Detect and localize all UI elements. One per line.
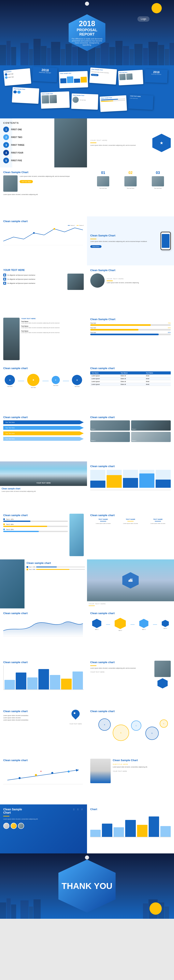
area-svg: Jan Feb Mar Apr May bbox=[3, 616, 83, 637]
row-linearea-hexflow: Clean sample chart Jan Feb Mar bbox=[0, 608, 174, 657]
your-text-label: YOUR TEXT HERE bbox=[90, 140, 149, 141]
arrow-svg: ★ bbox=[3, 764, 83, 786]
phone-description: Lorem ipsum dolor sit amet, consectetur … bbox=[90, 240, 158, 243]
big-bar-7 bbox=[72, 671, 83, 690]
area-title: Clean sample chart bbox=[3, 612, 84, 615]
scatter-title: Clean sample chart bbox=[90, 710, 171, 713]
blue-bars-title: Clean sample chart bbox=[90, 465, 171, 468]
yellow-bar-item-2: Your text 60% bbox=[90, 327, 171, 331]
thankyou-text: THANK YOU bbox=[62, 881, 113, 891]
text-block-1: Text Name Lorem ipsum dolor sit amet con… bbox=[21, 321, 84, 324]
three-steps-slide: 01 Your text here 02 Your text here 03 Y… bbox=[87, 167, 174, 216]
phone-read-more[interactable]: Read More bbox=[90, 245, 102, 248]
conn-line-2 bbox=[43, 381, 49, 381]
three-steps-inner: 01 Your text here 02 Your text here 03 Y… bbox=[87, 167, 174, 216]
svg-rect-44 bbox=[6, 898, 11, 919]
row-list-person: YOUR TEXT HERE Do diligenter ad Epicurum… bbox=[0, 266, 174, 314]
phone-slide-title: Clean Sample Chart bbox=[90, 234, 158, 237]
cr-bar-7 bbox=[160, 826, 171, 837]
hex-city-photo: 🏙 bbox=[87, 559, 174, 601]
list-item-2: Do diligenter ad Epicurum ipsum revertam… bbox=[3, 278, 66, 280]
row-arrows-progress: Clean sample chart Your Text Here Your T… bbox=[0, 412, 174, 461]
big-bar-6 bbox=[61, 679, 72, 689]
circle-1: ★ Text here bbox=[5, 375, 15, 387]
arrow-item-4: Your Text Here bbox=[3, 437, 84, 441]
svg-point-27 bbox=[54, 228, 55, 230]
svg-rect-5 bbox=[34, 39, 41, 65]
contents-text-4: FIRST FOUR bbox=[11, 152, 23, 154]
contents-inner: CONTENTS 1 FIRST ONE 2 FIRST TWO 3 FIRST… bbox=[0, 118, 87, 167]
svg-rect-16 bbox=[109, 47, 115, 65]
arrow-line-inner: Clean sample chart ★ bbox=[0, 756, 87, 804]
mini-slide-7: Clean Sample Chart bbox=[12, 87, 39, 104]
hex-flow-slide: Clean sample chart Item 1 Item 2 Item 3 bbox=[87, 608, 174, 657]
line-chart-slide: Clean sample chart Series 1 Se bbox=[0, 216, 87, 266]
bar-group-2 bbox=[107, 470, 122, 488]
chart-legend: Series 1 Series 2 bbox=[68, 225, 84, 226]
row-sample-chart: Clean Sample Chart Lorem ipsum dolor sit… bbox=[0, 167, 174, 216]
area-chart-slide: Clean sample chart Jan Feb Mar bbox=[0, 608, 87, 657]
svg-rect-21 bbox=[143, 48, 148, 65]
map-inner: Clean sample chart Lorem ipsum dolor sit… bbox=[0, 706, 87, 756]
chart-right-title: Chart bbox=[90, 808, 171, 811]
svg-rect-4 bbox=[29, 49, 33, 65]
chart-area: Series 1 Series 2 bbox=[3, 225, 84, 246]
mini-slide-3: Clean sample chart bbox=[59, 71, 88, 88]
list-item-1: Do diligenter ad Epicurum ipsum revertam… bbox=[3, 274, 66, 277]
contents-label: CONTENTS bbox=[3, 122, 84, 124]
circles-slide: Clean sample chart ★ Text here ★ Text he… bbox=[0, 363, 87, 412]
col-header-1: Text Name bbox=[90, 371, 120, 374]
tph-title: Clean sample chart bbox=[90, 661, 152, 664]
svg-rect-8 bbox=[51, 42, 60, 65]
list-item-3: Do diligenter ad Epicurum ipsum revertam… bbox=[3, 282, 66, 285]
yellow-chart-inner: Clean Sample Chart Your text 75% bbox=[87, 314, 174, 363]
contents-item-2: 2 FIRST TWO bbox=[3, 134, 84, 140]
logo-button[interactable]: Logo bbox=[137, 16, 150, 22]
city-chart-title: Clean sample chart bbox=[2, 488, 85, 490]
photo-arrows-inner: Clean sample chart Photo 1 Photo 2 Photo… bbox=[87, 412, 174, 461]
contents-num-2: 2 bbox=[3, 134, 9, 140]
cover-title: PROPOSAL REPORT bbox=[69, 28, 105, 37]
mini-slide-6: 2018 PROPOSAL REPORT bbox=[145, 69, 168, 83]
area-chart-inner: Clean sample chart Jan Feb Mar bbox=[0, 608, 87, 657]
stacked-item-1: Text 1: 42% bbox=[27, 566, 85, 568]
stacked-item-2: Text 2: 68% bbox=[27, 569, 85, 570]
big-bar-4 bbox=[38, 669, 49, 689]
svg-rect-45 bbox=[11, 904, 16, 919]
step-num-02: 02 bbox=[128, 171, 132, 175]
list-photo bbox=[67, 274, 84, 290]
chart-right-inner: Chart bbox=[87, 804, 174, 853]
text-block-3: Text Name Lorem ipsum dolor sit amet con… bbox=[21, 330, 84, 333]
get-style-btn[interactable]: Get Your Style bbox=[19, 179, 84, 183]
svg-rect-6 bbox=[41, 46, 46, 65]
mini-slide-10: Clean sample chart bbox=[100, 95, 127, 112]
arrow-line-title: Clean sample chart bbox=[3, 759, 84, 762]
table-slide: Clean sample chart Text Name Text Word T… bbox=[87, 363, 174, 412]
cover-variant-slide: Clean Sample Chart Lorem ipsum dolor sit… bbox=[0, 804, 87, 853]
stacked-photo bbox=[0, 559, 24, 608]
svg-rect-18 bbox=[123, 46, 129, 65]
clean-sample-chart-slide: Clean Sample Chart Lorem ipsum dolor sit… bbox=[0, 167, 87, 216]
contents-num-1: 1 bbox=[3, 127, 9, 132]
scatter-slide: Clean sample chart A B C D E bbox=[87, 706, 174, 756]
svg-rect-46 bbox=[21, 900, 29, 919]
hf-1: Item 1 bbox=[92, 619, 101, 630]
contents-slide: CONTENTS 1 FIRST ONE 2 FIRST TWO 3 FIRST… bbox=[0, 118, 87, 167]
photo-grid-3: Photo 3 bbox=[90, 432, 130, 442]
table-row: Lorem ipsum Dolor sit Amet bbox=[90, 377, 171, 380]
svg-rect-47 bbox=[29, 907, 33, 919]
contents-num-5: 5 bbox=[3, 158, 9, 163]
svg-point-39 bbox=[51, 772, 53, 774]
cv-title2: Chart bbox=[3, 811, 84, 814]
row-circles-table: Clean sample chart ★ Text here ★ Text he… bbox=[0, 363, 174, 412]
tph-label: YOUR TEXT HERE bbox=[90, 671, 152, 673]
text-list-inner: YOUR TEXT HERE Do diligenter ad Epicurum… bbox=[0, 266, 87, 314]
multi-text-slide: YOUR TEXT HERE Text Name Lorem ipsum dol… bbox=[0, 314, 87, 363]
scatter-c1: A bbox=[99, 719, 111, 731]
thankyou-white-circle bbox=[85, 856, 89, 859]
line-chart-inner: Clean sample chart Series 1 Se bbox=[0, 216, 87, 266]
thankyou-slide: THANK YOU bbox=[0, 853, 174, 919]
mini-slide-1: CONTENTS 1FIRST ONE 2FIRST TWO bbox=[3, 68, 31, 86]
three-cols-inner: Clean sample chart TEXT NAME Lorem ipsum… bbox=[87, 511, 174, 559]
conn-line-1 bbox=[18, 381, 24, 381]
